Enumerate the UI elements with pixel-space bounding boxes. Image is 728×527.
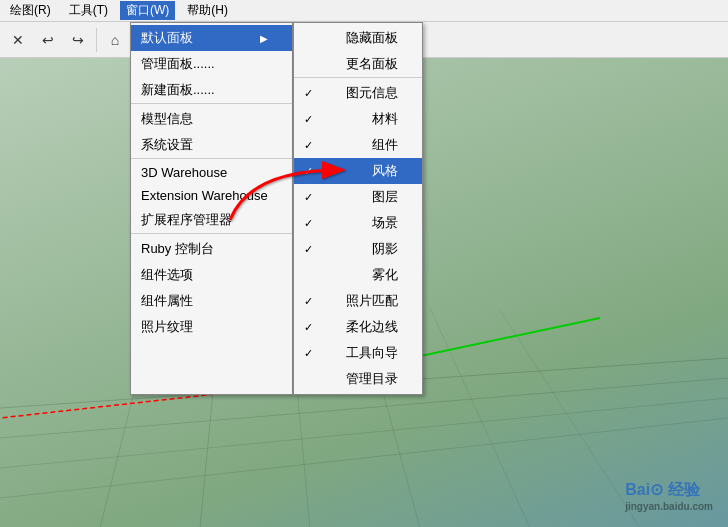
menu-item-model-info[interactable]: 模型信息 bbox=[131, 106, 292, 132]
menu-item-tool-instructor[interactable]: ✓ 工具向导 bbox=[294, 340, 422, 366]
baidu-watermark: Bai⊙ 经验 jingyan.baidu.com bbox=[625, 480, 713, 512]
menu-item-extension-manager[interactable]: 扩展程序管理器 bbox=[131, 207, 292, 234]
menu-item-styles[interactable]: ✓ 风格 bbox=[294, 158, 422, 184]
menubar-item-file[interactable]: 绘图(R) bbox=[4, 1, 57, 20]
check-materials: ✓ bbox=[304, 113, 318, 126]
svg-line-9 bbox=[500, 310, 640, 527]
check-manage-catalogs bbox=[304, 373, 318, 385]
menu-item-3d-warehouse[interactable]: 3D Warehouse bbox=[131, 161, 292, 184]
menu-item-materials[interactable]: ✓ 材料 bbox=[294, 106, 422, 132]
check-layers: ✓ bbox=[304, 191, 318, 204]
menu-item-scenes[interactable]: ✓ 场景 bbox=[294, 210, 422, 236]
svg-line-8 bbox=[430, 308, 530, 527]
check-components: ✓ bbox=[304, 139, 318, 152]
menu-item-new-panel[interactable]: 新建面板...... bbox=[131, 77, 292, 104]
check-fog bbox=[304, 269, 318, 281]
toolbar-btn-4[interactable]: ⌂ bbox=[101, 26, 129, 54]
menu-item-component-options[interactable]: 组件选项 bbox=[131, 262, 292, 288]
check-tool-instructor: ✓ bbox=[304, 347, 318, 360]
menu-item-soften-edges[interactable]: ✓ 柔化边线 bbox=[294, 314, 422, 340]
baidu-logo: Bai⊙ 经验 bbox=[625, 480, 713, 501]
redo-button[interactable]: ↪ bbox=[64, 26, 92, 54]
check-shadows: ✓ bbox=[304, 243, 318, 256]
check-scenes: ✓ bbox=[304, 217, 318, 230]
menu-item-default-panels[interactable]: 默认面板 ▶ bbox=[131, 25, 292, 51]
submenu-arrow: ▶ bbox=[260, 33, 268, 44]
menu-item-ruby-console[interactable]: Ruby 控制台 bbox=[131, 236, 292, 262]
menu-item-system-settings[interactable]: 系统设置 bbox=[131, 132, 292, 159]
menubar-item-window[interactable]: 窗口(W) bbox=[120, 1, 175, 20]
menu-level2: 隐藏面板 更名面板 ✓ 图元信息 ✓ 材料 ✓ 组件 ✓ 风格 bbox=[293, 22, 423, 395]
close-button[interactable]: ✕ bbox=[4, 26, 32, 54]
menu-item-manage-panels[interactable]: 管理面板...... bbox=[131, 51, 292, 77]
menu-item-element-info[interactable]: ✓ 图元信息 bbox=[294, 80, 422, 106]
app-window: 绘图(R) 工具(T) 窗口(W) 帮助(H) ✕ ↩ ↪ ⌂ ⬡ bbox=[0, 0, 728, 527]
check-rename-panels bbox=[304, 58, 318, 70]
check-soften-edges: ✓ bbox=[304, 321, 318, 334]
check-styles: ✓ bbox=[304, 165, 318, 178]
menu-item-extension-warehouse[interactable]: Extension Warehouse bbox=[131, 184, 292, 207]
check-photo-match: ✓ bbox=[304, 295, 318, 308]
menu-item-photo-match[interactable]: ✓ 照片匹配 bbox=[294, 288, 422, 314]
menu-item-rename-panels[interactable]: 更名面板 bbox=[294, 51, 422, 78]
menu-item-shadows[interactable]: ✓ 阴影 bbox=[294, 236, 422, 262]
menu-item-photo-texture[interactable]: 照片纹理 bbox=[131, 314, 292, 340]
undo-button[interactable]: ↩ bbox=[34, 26, 62, 54]
menubar: 绘图(R) 工具(T) 窗口(W) 帮助(H) bbox=[0, 0, 728, 22]
baidu-url: jingyan.baidu.com bbox=[625, 501, 713, 512]
menu-item-components[interactable]: ✓ 组件 bbox=[294, 132, 422, 158]
menubar-item-help[interactable]: 帮助(H) bbox=[181, 1, 234, 20]
check-element-info: ✓ bbox=[304, 87, 318, 100]
menu-item-layers[interactable]: ✓ 图层 bbox=[294, 184, 422, 210]
menu-level1: 默认面板 ▶ 管理面板...... 新建面板...... 模型信息 系统设置 3… bbox=[130, 22, 293, 395]
dropdown-container: 默认面板 ▶ 管理面板...... 新建面板...... 模型信息 系统设置 3… bbox=[130, 22, 423, 395]
menu-item-component-attributes[interactable]: 组件属性 bbox=[131, 288, 292, 314]
menubar-item-tools[interactable]: 工具(T) bbox=[63, 1, 114, 20]
toolbar-separator bbox=[96, 28, 97, 52]
menu-item-fog[interactable]: 雾化 bbox=[294, 262, 422, 288]
menu-item-hide-panels[interactable]: 隐藏面板 bbox=[294, 25, 422, 51]
menu-item-manage-catalogs[interactable]: 管理目录 bbox=[294, 366, 422, 392]
check-hide-panels bbox=[304, 32, 318, 44]
